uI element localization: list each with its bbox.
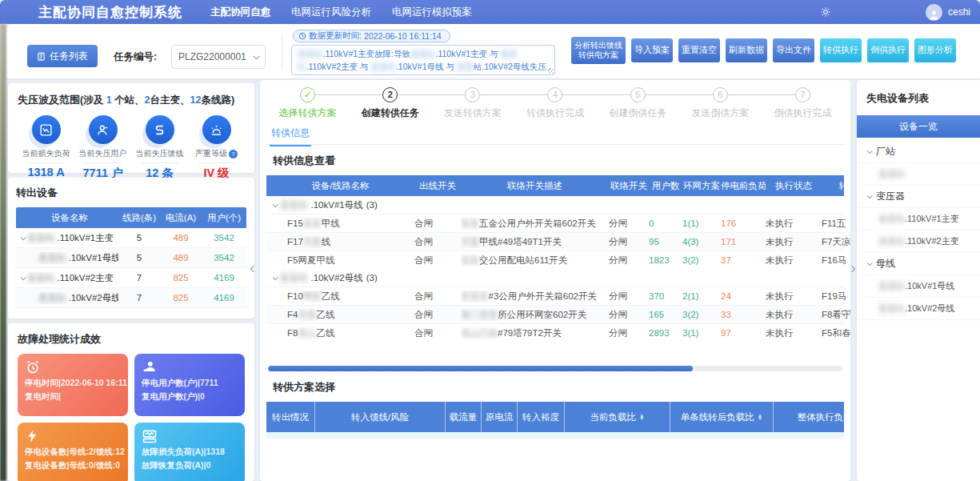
fault-description-textarea[interactable]: 某某站.110kV#1主变故障:导致某某站.110kV#1主变 与 某某站.11… [291,45,555,75]
info-column-header: 环网方案 [682,180,721,192]
tree-item[interactable]: 某某站.110kV#2主变 [857,230,980,253]
chevron-down-icon[interactable] [21,234,26,240]
tie-switch-state: 分闸 [609,236,649,248]
column-header: 设备名称 [16,212,118,224]
table-row[interactable]: F10网某乙线 合闸 某某某#3公用户外开关箱602开关 分闸 370 2(1)… [266,287,844,305]
execution-status: 未执行 [766,218,822,230]
ring-plan: 3(1) [682,328,721,338]
username[interactable]: ceshi [948,6,970,18]
resize-handle-icon[interactable] [548,68,554,74]
tree-group[interactable]: 厂站 [857,141,980,163]
redacted-text: 网某 [303,291,322,301]
redacted-station-name: 某某 [457,62,474,71]
target-feeder: F5和春 [822,327,850,339]
task-list-button[interactable]: 任务列表 [27,45,98,67]
plan-column-header[interactable]: 转出情况 [266,402,315,432]
sort-icon[interactable]: ▲▼ [639,414,644,421]
tie-switch-description: 交公用配电站611开关 [479,255,567,265]
sort-icon[interactable]: ▲▼ [758,414,762,421]
card-line: 复电设备数|母线:0/馈线:0 [25,460,121,471]
toolbar-action-button[interactable]: 刷新数据 [726,38,767,62]
horizontal-scrollbar[interactable] [268,366,842,371]
chevron-down-icon[interactable] [273,275,278,280]
plan-column-header[interactable]: 载流量 [446,402,482,432]
redacted-text: 天某 [461,237,479,247]
plan-column-header[interactable]: 转入裕度 [518,402,565,432]
outgoing-switch-state: 合闸 [414,218,461,230]
redacted-text: 天某 [303,237,322,247]
plan-column-header[interactable]: 当前负载比▲▼ [565,402,670,432]
task-no-select[interactable]: PLZG22000001 [171,45,266,69]
table-row[interactable]: 某某站.110kV#1主变 5 489 3542 [16,228,246,248]
step-label: 发送倒供方案 [679,106,762,120]
nav-menu-item[interactable]: 电网运行模拟预案 [382,0,482,24]
fault-text: .110kV#2主变 与 [306,62,371,71]
tree-item[interactable]: 某某站 [857,163,980,186]
tie-switch-state: 分闸 [609,291,649,303]
nav-menu-item[interactable]: 主配协同自愈 [200,0,281,24]
card-line: 复电时间| [25,391,121,403]
help-icon[interactable]: ? [229,150,238,158]
feeder-name: F17 [287,237,303,247]
table-row[interactable]: F17天某线 合闸 天某甲线#49塔49T1开关 分闸 95 4(3) 171 … [266,232,844,251]
table-row[interactable]: 某某站.10kV#1母线 5 489 3542 [16,248,246,268]
tree-item[interactable]: 某某站.10kV#1母线 [857,275,980,298]
plan-column-header[interactable]: 整体执行负载比▲▼ [774,402,850,432]
toolbar-action-button[interactable]: 分析转出馈线转供电方案 [571,37,626,64]
toolbar-action-button[interactable]: 转供执行 [820,38,862,62]
gear-icon[interactable] [820,6,831,18]
table-row[interactable]: F5网夏甲线 合闸 某某交公用配电站611开关 分闸 1823 3(2) 37 … [266,251,844,269]
toolbar-action-button[interactable]: 导入预案 [631,38,673,62]
tie-switch-description: #79塔79T2开关 [498,328,562,338]
table-row[interactable]: F8某山乙线 合闸 某山乙线#79塔79T2开关 分闸 2893 3(1) 97… [266,323,844,342]
collapse-left-handle[interactable] [248,255,259,283]
tree-item-label: .10kV#1母线 [905,280,954,292]
plan-column-header[interactable]: 单条线转后负载比▲▼ [670,402,774,432]
chevron-down-icon[interactable] [21,275,26,280]
toolbar-action-button[interactable]: 重置清空 [678,38,720,62]
tree-group[interactable]: 母线 [857,253,980,275]
chevron-down-icon[interactable] [867,148,873,154]
toolbar-action-button[interactable]: 图形分析 [914,38,956,62]
busbar-name: .10kV#1母线 [311,199,363,211]
table-row[interactable]: F15某某甲线 合闸 某某五金公用户外开关箱602开关 分闸 0 1(1) 17… [266,214,844,232]
nav-menu-item[interactable]: 电网运行风险分析 [281,0,382,24]
table-row[interactable]: 某某站.10kV#2母线 7 825 4169 [16,288,246,308]
impact-stats: 当前损失负荷 1318 A 当前失压用户 7711 户 当前失压馈线 12 条 [18,115,245,181]
current-value: 825 [160,273,202,283]
user-count: 165 [649,310,682,319]
toolbar-action-button[interactable]: 导出文件 [773,38,814,62]
tree-group-label: 母线 [876,257,895,271]
collapse-right-handle[interactable] [846,255,858,283]
toolbar-action-button[interactable]: 倒供执行 [867,38,909,62]
target-feeder: F8看守 [822,309,850,321]
stepper-step: 6 发送倒供方案 [679,87,762,125]
user-count: 95 [649,237,682,247]
tree-item[interactable]: 某某站.110kV#1主变 [857,208,980,230]
user-icon [89,115,118,144]
plan-column-header[interactable]: 原电流 [482,402,518,432]
scrollbar-thumb[interactable] [268,366,693,371]
pre-outage-load: 176 [721,218,766,228]
execution-status: 未执行 [766,309,822,321]
tree-group[interactable]: 变压器 [857,186,980,208]
redacted-station-name: 某某站 [370,62,396,71]
outage-time-card: 停电时间|2022-06-10 16:11 复电时间| [18,354,128,416]
table-group-row[interactable]: 某某站.10kV#1母线 (3) [266,196,844,214]
chevron-down-icon[interactable] [273,202,278,207]
plan-column-header[interactable]: 转入馈线/风险 [315,402,446,432]
table-row[interactable]: F4天某乙线 合闸 第二某某所公用环网室602开关 分闸 165 3(2) 33… [266,305,844,323]
table-group-row[interactable]: 某某站.10kV#2母线 (3) [266,269,844,287]
chevron-down-icon[interactable] [867,193,873,198]
table-row[interactable]: 某某站.110kV#2主变 7 825 4169 [16,268,246,288]
tab-transfer-info[interactable]: 转供信息 [270,126,311,146]
device-overview-button[interactable]: 设备一览 [857,115,980,138]
chevron-down-icon[interactable] [867,260,873,266]
stepper-step: 5 创建倒供任务 [597,87,679,125]
transfer-out-table: 设备名称 线路(条) 电流(A) 用户(个) 某某站.110kV#1主变 5 4… [16,207,246,308]
current-value: 825 [160,293,202,303]
tree-item[interactable]: 某某站.10kV#2母线 [857,298,980,320]
card-line: 故障恢复负荷(A)|0 [142,460,238,471]
plan-table-empty-body [266,432,844,439]
user-avatar[interactable] [926,4,942,21]
